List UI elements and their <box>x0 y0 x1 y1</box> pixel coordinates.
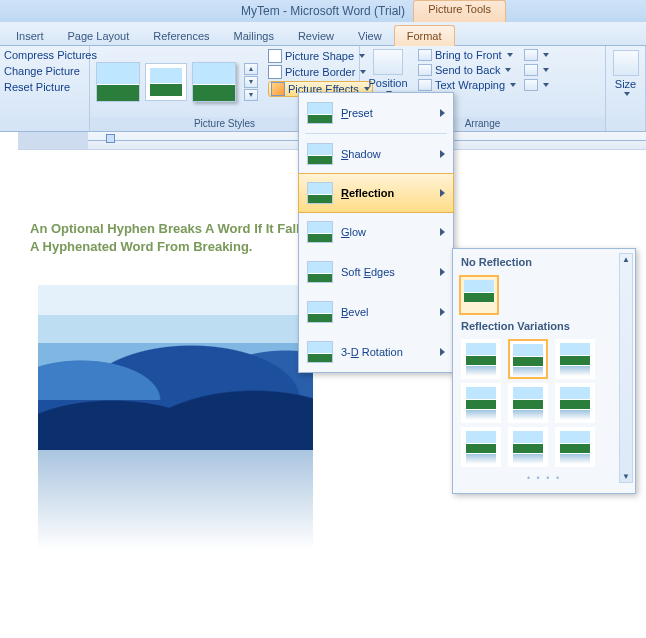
swatch-variation-4[interactable] <box>461 383 501 423</box>
menu-3d-rotation[interactable]: 3-D Rotation <box>299 332 453 372</box>
tab-view[interactable]: View <box>346 26 394 45</box>
arrow-right-icon <box>440 348 445 356</box>
image-reflection <box>38 450 313 550</box>
gallery-scroll[interactable]: ▴▾▾ <box>244 63 258 101</box>
bring-to-front-button[interactable]: Bring to Front <box>418 49 516 61</box>
chevron-down-icon <box>505 68 511 72</box>
menu-glow[interactable]: Glow <box>299 212 453 252</box>
border-icon <box>268 65 282 79</box>
align-button[interactable] <box>524 49 549 61</box>
shadow-icon <box>307 143 333 165</box>
arrow-right-icon <box>440 150 445 158</box>
submenu-scrollbar[interactable] <box>619 253 633 483</box>
size-button[interactable]: Size <box>615 78 636 90</box>
ribbon-tabs: Insert Page Layout References Mailings R… <box>0 22 646 46</box>
arrow-right-icon <box>440 189 445 197</box>
text-wrapping-button[interactable]: Text Wrapping <box>418 79 516 91</box>
group-icon <box>524 64 538 76</box>
swatch-variation-3[interactable] <box>555 339 595 379</box>
bevel-icon <box>307 301 333 323</box>
tab-mailings[interactable]: Mailings <box>222 26 286 45</box>
group-objects-button[interactable] <box>524 64 549 76</box>
glow-icon <box>307 221 333 243</box>
effects-icon <box>271 82 285 96</box>
mountains-image <box>38 285 313 450</box>
swatch-variation-1[interactable] <box>461 339 501 379</box>
position-icon <box>373 49 403 75</box>
swatch-variation-5[interactable] <box>508 383 548 423</box>
reflection-icon <box>307 182 333 204</box>
menu-preset[interactable]: Preset <box>299 93 453 133</box>
contextual-tab-picture-tools: Picture Tools <box>413 0 506 22</box>
swatch-variation-2[interactable] <box>508 339 548 379</box>
arrow-right-icon <box>440 228 445 236</box>
picture-shape-button[interactable]: Picture Shape <box>268 49 373 63</box>
arrow-right-icon <box>440 109 445 117</box>
style-thumb-1[interactable] <box>96 62 140 102</box>
tab-page-layout[interactable]: Page Layout <box>56 26 142 45</box>
menu-bevel[interactable]: Bevel <box>299 292 453 332</box>
submenu-header-no-reflection: No Reflection <box>457 253 631 273</box>
rotation-icon <box>307 341 333 363</box>
rotate-button[interactable] <box>524 79 549 91</box>
reset-picture-button[interactable]: Reset Picture <box>4 81 97 93</box>
swatch-variation-8[interactable] <box>508 427 548 467</box>
menu-soft-edges[interactable]: Soft Edges <box>299 252 453 292</box>
swatch-variation-9[interactable] <box>555 427 595 467</box>
swatch-variation-7[interactable] <box>461 427 501 467</box>
preset-icon <box>307 102 333 124</box>
style-thumb-2[interactable] <box>146 64 186 100</box>
title-bar: MyTem - Microsoft Word (Trial) Picture T… <box>0 0 646 22</box>
menu-shadow[interactable]: Shadow <box>299 134 453 174</box>
swatch-variation-6[interactable] <box>555 383 595 423</box>
chevron-down-icon <box>507 53 513 57</box>
swatch-no-reflection[interactable] <box>459 275 499 315</box>
submenu-header-variations: Reflection Variations <box>457 317 631 337</box>
arrow-right-icon <box>440 308 445 316</box>
window-title: MyTem - Microsoft Word (Trial) <box>241 4 405 18</box>
change-picture-button[interactable]: Change Picture <box>4 65 97 77</box>
picture-styles-gallery[interactable]: ▴▾▾ <box>90 46 264 117</box>
resize-grip[interactable]: • • • • <box>457 473 631 483</box>
picture-effects-menu: Preset Shadow Reflection Glow Soft Edges… <box>298 92 454 373</box>
chevron-down-icon <box>510 83 516 87</box>
align-icon <box>524 49 538 61</box>
bring-front-icon <box>418 49 432 61</box>
soft-edges-icon <box>307 261 333 283</box>
rotate-icon <box>524 79 538 91</box>
tab-references[interactable]: References <box>141 26 221 45</box>
style-thumb-3[interactable] <box>192 62 236 102</box>
text-wrap-icon <box>418 79 432 91</box>
ribbon: Compress Pictures Change Picture Reset P… <box>0 46 646 132</box>
shape-icon <box>268 49 282 63</box>
reflection-submenu: No Reflection Reflection Variations • • … <box>452 248 636 494</box>
tab-review[interactable]: Review <box>286 26 346 45</box>
chevron-down-icon <box>624 92 630 96</box>
send-back-icon <box>418 64 432 76</box>
size-icon <box>613 50 639 76</box>
group-size: Size <box>606 46 646 131</box>
menu-reflection[interactable]: Reflection <box>298 173 454 213</box>
indent-marker[interactable] <box>106 134 115 143</box>
compress-pictures-button[interactable]: Compress Pictures <box>4 49 97 61</box>
group-adjust: Compress Pictures Change Picture Reset P… <box>0 46 90 131</box>
arrow-right-icon <box>440 268 445 276</box>
tab-insert[interactable]: Insert <box>4 26 56 45</box>
picture-border-button[interactable]: Picture Border <box>268 65 373 79</box>
tab-format[interactable]: Format <box>394 25 455 46</box>
inserted-picture[interactable] <box>38 285 313 550</box>
send-to-back-button[interactable]: Send to Back <box>418 64 516 76</box>
